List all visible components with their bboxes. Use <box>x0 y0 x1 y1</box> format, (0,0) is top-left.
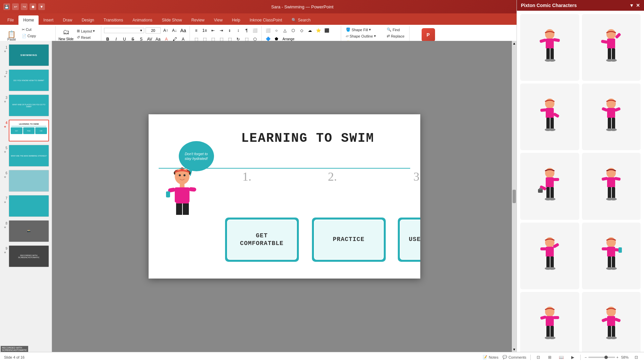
character-card-1[interactable] <box>520 14 579 81</box>
svg-rect-21 <box>546 48 550 60</box>
tab-insert[interactable]: Insert <box>39 15 58 25</box>
zoom-slider[interactable] <box>588 357 615 358</box>
font-size-up-button[interactable]: A↑ <box>162 27 169 34</box>
step-3-box[interactable]: USE EQUIPMENT <box>398 218 420 262</box>
shape-5[interactable]: ◇ <box>298 27 305 34</box>
slide-thumbnail-6 <box>9 170 49 192</box>
character-card-8[interactable] <box>582 223 641 289</box>
slide-thumb-1[interactable]: 1 ★ SWIMMING <box>2 44 50 67</box>
tab-search[interactable]: 🔍 Search <box>287 15 315 25</box>
tab-draw[interactable]: Draw <box>58 15 77 25</box>
svg-rect-80 <box>608 256 611 268</box>
svg-rect-93 <box>607 316 615 326</box>
cut-button[interactable]: ✂ Cut <box>20 27 53 33</box>
layout-button[interactable]: ⊞ Layout ▾ <box>75 28 98 34</box>
svg-rect-13 <box>183 202 189 215</box>
copy-button[interactable]: 📄 Copy <box>20 33 53 39</box>
panel-dropdown-icon[interactable]: ▼ <box>629 3 634 8</box>
bullets-button[interactable]: ≡ <box>193 27 200 34</box>
character-card-10[interactable] <box>582 292 641 359</box>
svg-rect-62 <box>602 177 608 181</box>
undo-icon[interactable]: ↩ <box>12 3 19 10</box>
slide-thumb-7[interactable]: 7 ★ <box>2 194 50 218</box>
reading-view-button[interactable]: 📖 <box>557 354 565 361</box>
tab-help[interactable]: Help <box>227 15 245 25</box>
tab-animations[interactable]: Animations <box>128 15 157 25</box>
shape-1[interactable]: ⬜ <box>264 27 272 34</box>
scroll-down-button[interactable]: ▼ <box>513 348 516 351</box>
character-card-6[interactable] <box>582 153 641 220</box>
character-card-4[interactable] <box>582 83 641 150</box>
slide-thumb-5[interactable]: 5 ★ WHAT ARE THE MAIN SWIMMING STROKES? <box>2 144 50 167</box>
reset-button[interactable]: ↺ Reset <box>75 35 98 40</box>
slide-thumb-3[interactable]: 3 ★ WHAT KIND OF PLACES CAN YOU GO TO SW… <box>2 94 50 117</box>
tab-review[interactable]: Review <box>186 15 209 25</box>
numbering-button[interactable]: 1≡ <box>201 27 208 34</box>
canvas-area[interactable]: ▲ ▼ Don't forget to stay hydrated! <box>52 41 517 352</box>
character-card-2[interactable] <box>582 14 641 81</box>
zoom-out-button[interactable]: − <box>585 355 587 359</box>
normal-view-button[interactable]: ⊡ <box>535 354 542 361</box>
redo-icon[interactable]: ↪ <box>21 3 28 10</box>
font-name-selector[interactable]: ▼ <box>104 28 144 33</box>
character-card-7[interactable] <box>520 223 579 289</box>
scroll-up-button[interactable]: ▲ <box>513 42 516 45</box>
svg-rect-86 <box>553 316 559 319</box>
find-button[interactable]: 🔍 Find <box>385 27 401 33</box>
replace-button[interactable]: ⇄ Replace <box>385 33 406 39</box>
save-icon[interactable]: 💾 <box>3 3 10 10</box>
tab-home[interactable]: Home <box>18 15 39 25</box>
tab-classpoint[interactable]: Inknoe ClassPoint <box>245 15 287 25</box>
tab-file[interactable]: File <box>3 15 18 25</box>
tab-design[interactable]: Design <box>77 15 99 25</box>
vertical-scrollbar[interactable]: ▲ ▼ <box>512 41 517 352</box>
svg-rect-72 <box>550 256 554 268</box>
slideshow-button[interactable]: ▶ <box>569 354 576 361</box>
line-spacing-button[interactable]: ↕ <box>234 27 242 34</box>
panel-close-icon[interactable]: ✕ <box>636 3 640 8</box>
increase-indent-button[interactable]: ⇥ <box>218 27 225 34</box>
svg-rect-63 <box>608 187 611 199</box>
zoom-in-button[interactable]: + <box>616 355 619 359</box>
decrease-indent-button[interactable]: ⇤ <box>209 27 217 34</box>
svg-point-83 <box>610 267 617 270</box>
character-card-5[interactable] <box>520 153 579 220</box>
tab-slideshow[interactable]: Slide Show <box>157 15 186 25</box>
slide-thumb-2[interactable]: 2 ★ DO YOU KNOW HOW TO SWIM? <box>2 69 50 92</box>
paragraph-direction-button[interactable]: ¶ <box>243 27 250 34</box>
fit-slide-button[interactable]: ⊡ <box>633 354 640 361</box>
font-size-down-button[interactable]: A↓ <box>171 27 178 34</box>
slide-thumb-9[interactable]: 9 ★ RECORDED WITH SCREENCASTOMATIC <box>2 245 50 268</box>
shape-2[interactable]: ○ <box>273 27 280 34</box>
character-card-3[interactable] <box>520 83 579 150</box>
shape-4[interactable]: ⬡ <box>289 27 297 34</box>
shape-outline-button[interactable]: ▱ Shape Outline ▾ <box>344 33 378 39</box>
tab-view[interactable]: View <box>209 15 227 25</box>
col-layout-button[interactable]: ⫾ <box>226 27 233 34</box>
new-slide-button[interactable]: 🗂 <box>59 27 73 37</box>
shape-fill-button[interactable]: 🪣 Shape Fill ▾ <box>344 27 373 33</box>
notes-button[interactable]: 📝 Notes <box>483 355 498 359</box>
svg-rect-37 <box>546 118 550 129</box>
smartart-button[interactable]: ⬜ <box>251 27 259 34</box>
comments-button[interactable]: 💬 Comments <box>502 355 526 359</box>
tab-transitions[interactable]: Transitions <box>99 15 128 25</box>
slide-thumb-6[interactable]: 6 ★ <box>2 169 50 192</box>
font-size-input[interactable]: 20 <box>146 27 161 34</box>
customize-icon[interactable]: ▼ <box>38 3 45 10</box>
svg-point-66 <box>610 198 617 200</box>
shape-7[interactable]: ⭐ <box>315 27 322 34</box>
clear-format-button[interactable]: Aa <box>179 27 187 34</box>
slide-canvas[interactable]: Don't forget to stay hydrated! <box>149 114 420 279</box>
record-icon[interactable]: ⏺ <box>30 3 36 10</box>
character-card-9[interactable] <box>520 292 579 359</box>
shape-6[interactable]: ☁ <box>306 27 314 34</box>
step-1-box[interactable]: GET COMFORATBLE <box>225 218 299 262</box>
shape-3[interactable]: △ <box>281 27 288 34</box>
slide-thumb-8[interactable]: 8 ★ 📸 <box>2 220 50 243</box>
slide-sorter-button[interactable]: ⊞ <box>546 354 553 361</box>
shape-8[interactable]: ⬛ <box>323 27 330 34</box>
step-2-box[interactable]: PRACTICE <box>312 218 386 262</box>
scroll-thumb[interactable] <box>513 190 516 203</box>
slide-thumb-4[interactable]: 4 ★ LEARNING TO SWIM GET PRAC USE <box>2 119 50 142</box>
